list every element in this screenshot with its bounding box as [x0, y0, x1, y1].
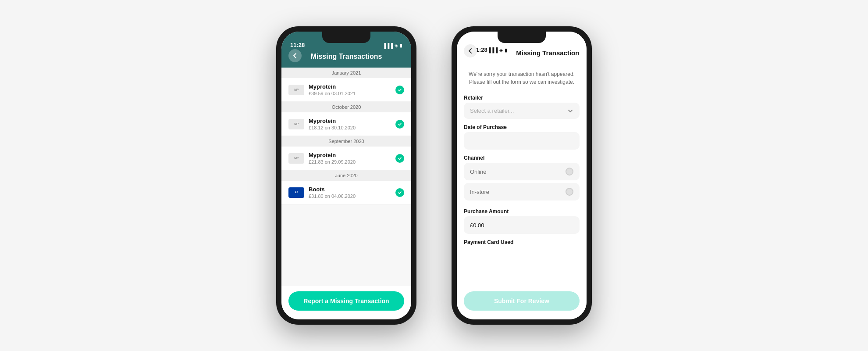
transaction-info-4: Boots £31.80 on 04.06.2020 [309, 186, 391, 199]
channel-instore-radio [566, 188, 573, 196]
channel-section: Channel Online In-store [464, 155, 580, 203]
notch [322, 32, 370, 43]
submit-for-review-button[interactable]: Submit For Review [464, 291, 580, 311]
back-button-1[interactable] [288, 49, 302, 62]
transaction-name-1: Myprotein [309, 83, 391, 90]
channel-label: Channel [464, 155, 580, 161]
submit-btn-area: Submit For Review [457, 286, 587, 319]
sorry-text: We're sorry your transaction hasn't appe… [464, 68, 580, 90]
wifi-icon: ◈ [395, 43, 398, 48]
transaction-info-3: Myprotein £21.83 on 29.09.2020 [309, 152, 391, 165]
signal-icon-2: ▐▐▐ [487, 47, 498, 53]
check-icon-2 [395, 120, 404, 129]
transaction-name-4: Boots [309, 186, 391, 193]
transaction-detail-2: £18.12 on 30.10.2020 [309, 125, 391, 130]
form-body: We're sorry your transaction hasn't appe… [457, 62, 587, 286]
retailer-section: Retailer Select a retailer... [464, 95, 580, 119]
transactions-list: January 2021 MP Myprotein £39.59 on 03.0… [281, 68, 411, 286]
bottom-cta-area: Report a Missing Transaction [281, 286, 411, 319]
status-icons-2: ▐▐▐ ◈ ▮ [487, 47, 507, 53]
merchant-logo-myprotein-1: MP [288, 85, 304, 95]
transaction-name-3: Myprotein [309, 152, 391, 158]
channel-online-label: Online [470, 168, 487, 175]
amount-section: Purchase Amount [464, 208, 580, 234]
header-title-1: Missing Transactions [311, 53, 382, 61]
transaction-info-1: Myprotein £39.59 on 03.01.2021 [309, 83, 391, 96]
transaction-detail-4: £31.80 on 04.06.2020 [309, 193, 391, 199]
check-icon-4 [395, 188, 404, 197]
transaction-item[interactable]: MP Myprotein £18.12 on 30.10.2020 [281, 112, 411, 136]
report-missing-transaction-button[interactable]: Report a Missing Transaction [288, 291, 404, 311]
amount-input[interactable] [464, 216, 580, 234]
phone-screen-1: 11:28 ▐▐▐ ◈ ▮ Missing Transactions Janua… [276, 26, 416, 325]
retailer-placeholder: Select a retailer... [470, 107, 514, 114]
transaction-item[interactable]: MP Myprotein £21.83 on 29.09.2020 [281, 147, 411, 170]
month-header-sep: September 2020 [281, 136, 411, 147]
channel-instore-label: In-store [470, 189, 489, 195]
status-time-1: 11:28 [290, 42, 305, 48]
date-section: Date of Purchase [464, 124, 580, 150]
retailer-label: Retailer [464, 95, 580, 101]
transaction-info-2: Myprotein £18.12 on 30.10.2020 [309, 118, 391, 130]
status-icons-1: ▐▐▐ ◈ ▮ [383, 43, 402, 48]
phone-screen-2: 11:28 ▐▐▐ ◈ ▮ Missing Transaction We're … [452, 26, 592, 325]
check-icon-1 [395, 86, 404, 94]
payment-label: Payment Card Used [464, 239, 580, 245]
channel-instore-option[interactable]: In-store [464, 183, 580, 201]
merchant-logo-myprotein-2: MP [288, 119, 304, 129]
month-header-oct: October 2020 [281, 102, 411, 112]
merchant-logo-myprotein-3: MP [288, 153, 304, 164]
channel-online-option[interactable]: Online [464, 163, 580, 180]
wifi-icon-2: ◈ [499, 47, 503, 53]
date-input[interactable] [464, 132, 580, 150]
merchant-logo-boots: B [288, 187, 304, 198]
payment-section: Payment Card Used [464, 239, 580, 247]
transaction-name-2: Myprotein [309, 118, 391, 124]
month-header-jun: June 2020 [281, 170, 411, 181]
check-icon-3 [395, 154, 404, 163]
month-header-jan: January 2021 [281, 68, 411, 78]
battery-icon-2: ▮ [505, 47, 507, 53]
transaction-item[interactable]: B Boots £31.80 on 04.06.2020 [281, 181, 411, 204]
transaction-item[interactable]: MP Myprotein £39.59 on 03.01.2021 [281, 78, 411, 102]
channel-online-radio [566, 168, 573, 176]
signal-icon: ▐▐▐ [383, 43, 393, 48]
transaction-detail-3: £21.83 on 29.09.2020 [309, 159, 391, 165]
amount-label: Purchase Amount [464, 208, 580, 215]
header-title-2: Missing Transaction [516, 49, 579, 57]
battery-icon: ▮ [400, 43, 402, 48]
back-button-2[interactable] [464, 44, 477, 57]
date-label: Date of Purchase [464, 124, 580, 130]
transaction-detail-1: £39.59 on 03.01.2021 [309, 91, 391, 96]
retailer-select[interactable]: Select a retailer... [464, 103, 580, 119]
notch-2 [498, 32, 546, 43]
